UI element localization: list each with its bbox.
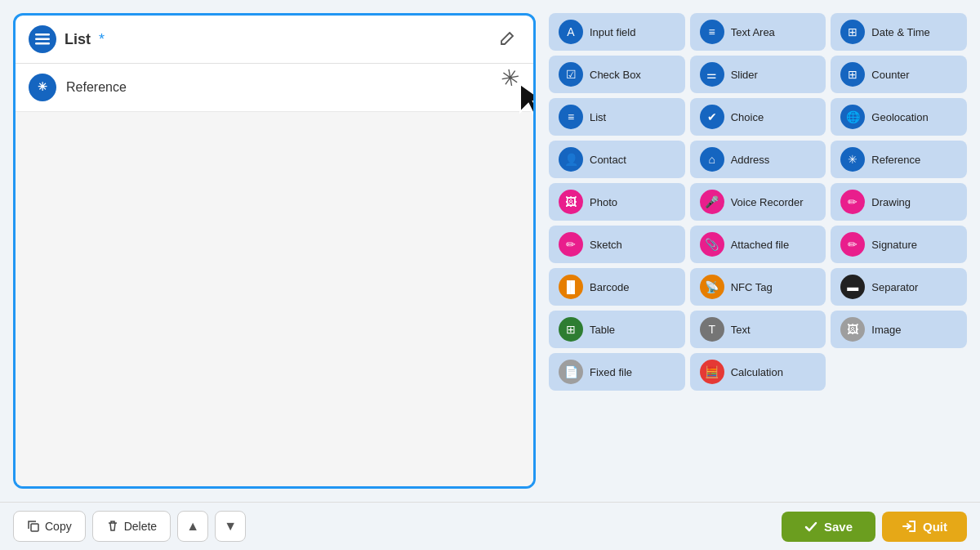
field-icon-choice: ✔: [700, 105, 724, 129]
field-btn-check-box[interactable]: ☑ Check Box: [549, 56, 685, 93]
move-up-button[interactable]: ▲: [177, 511, 208, 542]
field-btn-slider[interactable]: ⚌ Slider: [690, 56, 826, 93]
move-down-button[interactable]: ▼: [215, 511, 246, 542]
form-title: List: [65, 31, 91, 48]
toolbar-right: Save Quit: [782, 512, 967, 542]
delete-button[interactable]: Delete: [92, 511, 171, 542]
field-btn-input-field[interactable]: A Input field: [549, 13, 685, 51]
field-label-choice: Choice: [731, 111, 764, 123]
field-label-signature: Signature: [871, 239, 917, 251]
field-label-separator: Separator: [871, 281, 918, 293]
left-panel: List * ✳: [13, 13, 536, 489]
toolbar-left: Copy Delete ▲ ▼: [13, 511, 775, 542]
field-icon-text: T: [700, 317, 724, 342]
field-icon-reference: ✳: [840, 147, 865, 172]
field-label-sketch: Sketch: [590, 239, 622, 251]
reference-row[interactable]: ✳ Reference: [16, 64, 533, 112]
form-card: List * ✳: [13, 13, 536, 489]
field-icon-slider: ⚌: [700, 62, 724, 87]
field-btn-counter[interactable]: ⊞ Counter: [831, 56, 967, 93]
field-icon-barcode: ▐▌: [559, 275, 583, 299]
field-icon-calculation: 🧮: [700, 360, 724, 384]
field-icon-check-box: ☑: [559, 62, 583, 87]
field-btn-reference[interactable]: ✳ Reference: [831, 141, 967, 178]
field-label-photo: Photo: [590, 196, 617, 208]
header-left: List *: [29, 25, 105, 53]
field-label-counter: Counter: [871, 69, 909, 81]
field-btn-nfc-tag[interactable]: 📡 NFC Tag: [690, 268, 826, 306]
field-btn-barcode[interactable]: ▐▌ Barcode: [549, 268, 685, 306]
field-btn-calculation[interactable]: 🧮 Calculation: [690, 353, 826, 391]
field-btn-text[interactable]: T Text: [690, 311, 826, 348]
field-label-attached-file: Attached file: [731, 239, 790, 251]
field-icon-geolocation: 🌐: [840, 105, 865, 129]
field-label-input-field: Input field: [590, 26, 635, 38]
field-icon-table: ⊞: [559, 317, 583, 342]
field-label-address: Address: [731, 154, 770, 166]
field-icon-list: ≡: [559, 105, 583, 129]
field-label-nfc-tag: NFC Tag: [731, 281, 773, 293]
field-label-contact: Contact: [590, 154, 626, 166]
svg-text:✳: ✳: [38, 81, 47, 93]
field-btn-table[interactable]: ⊞ Table: [549, 311, 685, 348]
field-icon-voice-recorder: 🎤: [700, 190, 724, 214]
field-icon-address: ⌂: [700, 147, 724, 172]
field-icon-photo: 🖼: [559, 190, 583, 214]
field-label-fixed-file: Fixed file: [590, 366, 632, 378]
field-btn-date-time[interactable]: ⊞ Date & Time: [831, 13, 967, 51]
field-btn-list[interactable]: ≡ List: [549, 98, 685, 136]
field-buttons-panel: A Input field ≡ Text Area ⊞ Date & Time …: [549, 13, 967, 489]
field-icon-date-time: ⊞: [840, 20, 865, 44]
save-button[interactable]: Save: [782, 512, 875, 542]
svg-rect-5: [31, 524, 38, 531]
field-label-text-area: Text Area: [731, 26, 775, 38]
field-icon-drawing: ✏: [840, 190, 865, 214]
field-icon-input-field: A: [559, 20, 583, 44]
form-card-header: List * ✳: [16, 16, 533, 64]
field-icon-fixed-file: 📄: [559, 360, 583, 384]
field-btn-separator[interactable]: ▬ Separator: [831, 268, 967, 306]
field-btn-choice[interactable]: ✔ Choice: [690, 98, 826, 136]
copy-button[interactable]: Copy: [13, 511, 86, 542]
list-menu-icon[interactable]: [29, 25, 56, 53]
field-btn-image[interactable]: 🖼 Image: [831, 311, 967, 348]
field-label-image: Image: [871, 324, 901, 336]
field-icon-counter: ⊞: [840, 62, 865, 87]
field-icon-signature: ✏: [840, 232, 865, 257]
svg-rect-0: [35, 34, 50, 36]
field-icon-separator: ▬: [840, 275, 865, 299]
field-label-list: List: [590, 111, 606, 123]
field-icon-contact: 👤: [559, 147, 583, 172]
field-btn-drawing[interactable]: ✏ Drawing: [831, 183, 967, 221]
quit-button[interactable]: Quit: [882, 512, 967, 542]
field-btn-contact[interactable]: 👤 Contact: [549, 141, 685, 178]
field-btn-address[interactable]: ⌂ Address: [690, 141, 826, 178]
field-label-barcode: Barcode: [590, 281, 629, 293]
field-icon-text-area: ≡: [700, 20, 724, 44]
field-btn-voice-recorder[interactable]: 🎤 Voice Recorder: [690, 183, 826, 221]
bottom-toolbar: Copy Delete ▲ ▼ Save Quit: [0, 502, 980, 550]
field-btn-sketch[interactable]: ✏ Sketch: [549, 226, 685, 263]
field-btn-photo[interactable]: 🖼 Photo: [549, 183, 685, 221]
required-indicator: *: [99, 31, 105, 48]
field-btn-geolocation[interactable]: 🌐 Geolocation: [831, 98, 967, 136]
field-btn-attached-file[interactable]: 📎 Attached file: [690, 226, 826, 263]
form-card-body: [16, 112, 533, 486]
field-icon-sketch: ✏: [559, 232, 583, 257]
field-label-text: Text: [731, 324, 751, 336]
field-icon-image: 🖼: [840, 317, 865, 342]
field-label-calculation: Calculation: [731, 366, 783, 378]
field-btn-signature[interactable]: ✏ Signature: [831, 226, 967, 263]
field-label-check-box: Check Box: [590, 69, 641, 81]
edit-button[interactable]: [492, 25, 520, 53]
field-label-slider: Slider: [731, 69, 758, 81]
field-icon-attached-file: 📎: [700, 232, 724, 257]
reference-icon: ✳: [29, 74, 56, 101]
field-label-geolocation: Geolocation: [871, 111, 928, 123]
field-btn-text-area[interactable]: ≡ Text Area: [690, 13, 826, 51]
svg-rect-2: [35, 42, 50, 45]
field-label-date-time: Date & Time: [871, 26, 930, 38]
field-btn-fixed-file[interactable]: 📄 Fixed file: [549, 353, 685, 391]
field-icon-nfc-tag: 📡: [700, 275, 724, 299]
field-label-reference: Reference: [871, 154, 920, 166]
